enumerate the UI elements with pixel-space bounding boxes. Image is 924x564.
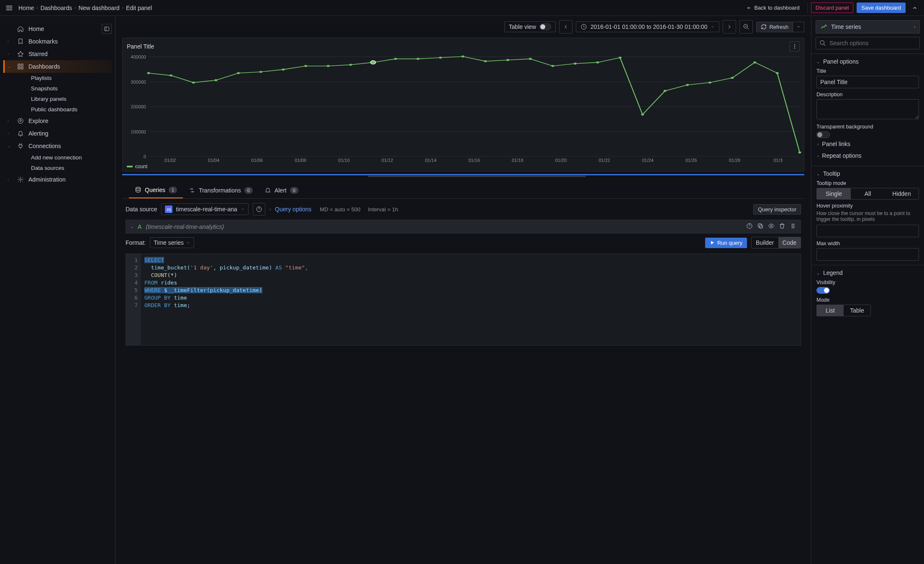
data-source-help-button[interactable]: [253, 203, 265, 215]
chart-line[interactable]: [149, 56, 800, 156]
code-content[interactable]: SELECT time_bucket('1 day', pickup_datet…: [141, 254, 801, 345]
chevron-down-icon: ⌄: [816, 172, 820, 176]
menu-toggle[interactable]: [3, 2, 15, 14]
format-label: Format:: [126, 239, 146, 246]
field-hover-desc: How close the cursor must be to a point …: [816, 210, 919, 222]
gear-icon: [17, 176, 24, 183]
sidebar-item-snapshots[interactable]: Snapshots: [27, 83, 112, 94]
table-view-toggle[interactable]: Table view: [504, 21, 556, 32]
refresh-interval-dropdown[interactable]: [793, 22, 804, 32]
panel-title-input[interactable]: [816, 76, 919, 88]
chevron-right-icon: ›: [8, 131, 13, 136]
query-options-toggle[interactable]: › Query options MD = auto = 500 Interval…: [270, 206, 398, 213]
back-to-dashboard-button[interactable]: Back to dashboard: [742, 3, 803, 13]
collapse-query-button[interactable]: ⌄: [130, 224, 133, 229]
options-search[interactable]: [816, 37, 920, 49]
svg-point-19: [304, 65, 307, 67]
sidebar-item-add-connection[interactable]: Add new connection: [27, 152, 112, 163]
search-input[interactable]: [829, 40, 916, 46]
tooltip-mode-all[interactable]: All: [851, 188, 885, 199]
editor-mode-builder[interactable]: Builder: [752, 237, 778, 248]
svg-point-50: [793, 224, 794, 225]
sidebar-item-public-dashboards[interactable]: Public dashboards: [27, 104, 112, 115]
sidebar-item-alerting[interactable]: › Alerting: [3, 127, 112, 140]
format-select[interactable]: Time series: [150, 237, 194, 248]
svg-point-5: [18, 118, 23, 123]
sql-editor[interactable]: 12 34 56 7 SELECT time_bucket('1 day', p…: [126, 254, 801, 346]
section-toggle-tooltip[interactable]: ⌄ Tooltip: [816, 170, 919, 177]
legend-visibility-toggle[interactable]: [816, 287, 830, 294]
tab-queries[interactable]: Queries 1: [129, 182, 183, 198]
svg-point-27: [484, 60, 487, 62]
time-range-forward-button[interactable]: [723, 20, 736, 33]
sidebar-item-home[interactable]: Home: [3, 23, 48, 35]
section-toggle-legend[interactable]: ⌄ Legend: [816, 269, 919, 276]
transparent-background-toggle[interactable]: [816, 131, 830, 138]
time-range-back-button[interactable]: [559, 20, 572, 33]
panel-menu-button[interactable]: [790, 41, 800, 51]
svg-point-48: [770, 225, 772, 227]
visualization-picker[interactable]: Time series ›: [816, 20, 920, 33]
sidebar-item-administration[interactable]: › Administration: [3, 173, 112, 186]
drag-query-handle[interactable]: [790, 223, 796, 231]
svg-point-37: [708, 82, 711, 84]
query-help-button[interactable]: [746, 223, 753, 231]
section-toggle-panel-links[interactable]: › Panel links: [816, 138, 919, 150]
chevron-down-icon: ⌄: [8, 144, 13, 148]
sidebar-item-library-panels[interactable]: Library panels: [27, 94, 112, 104]
sidebar-item-bookmarks[interactable]: › Bookmarks: [3, 35, 112, 48]
toggle-visibility-button[interactable]: [768, 223, 775, 231]
chevron-right-icon: ›: [8, 39, 13, 44]
data-source-picker[interactable]: pg timescale-real-time-ana: [161, 203, 248, 215]
top-bar: Home › Dashboards › New dashboard › Edit…: [0, 0, 924, 16]
run-query-button[interactable]: Run query: [705, 238, 747, 248]
refresh-button[interactable]: Refresh: [756, 22, 793, 32]
sidebar-item-playlists[interactable]: Playlists: [27, 73, 112, 83]
bell-icon: [17, 130, 24, 137]
query-ref-id[interactable]: A: [138, 223, 141, 230]
editor-mode-code[interactable]: Code: [778, 237, 801, 248]
sidebar-item-connections[interactable]: ⌄ Connections: [3, 140, 112, 152]
tab-alert[interactable]: Alert 0: [259, 183, 304, 198]
sidebar-item-dashboards[interactable]: ⌄ Dashboards: [3, 60, 112, 73]
svg-point-15: [215, 79, 218, 81]
discard-panel-button[interactable]: Discard panel: [811, 3, 854, 13]
svg-point-38: [731, 77, 734, 79]
breadcrumb-new-dashboard[interactable]: New dashboard: [79, 5, 120, 11]
collapse-topbar-button[interactable]: [909, 2, 921, 14]
svg-point-24: [416, 58, 419, 60]
section-toggle-panel-options[interactable]: ⌄ Panel options: [816, 58, 919, 65]
sidebar-item-starred[interactable]: › Starred: [3, 48, 112, 60]
sidebar: Home › Bookmarks › Starred ⌄ Das: [0, 16, 116, 564]
chevron-right-icon: ›: [74, 5, 76, 10]
query-inspector-button[interactable]: Query inspector: [753, 204, 801, 215]
tooltip-mode-hidden[interactable]: Hidden: [885, 188, 919, 199]
section-toggle-repeat-options[interactable]: › Repeat options: [816, 150, 919, 162]
tooltip-mode-single[interactable]: Single: [817, 188, 851, 199]
save-dashboard-button[interactable]: Save dashboard: [857, 3, 906, 13]
remove-query-button[interactable]: [779, 223, 785, 231]
hover-proximity-input[interactable]: [816, 225, 919, 237]
sidebar-item-label: Connections: [28, 143, 61, 149]
legend-mode-list[interactable]: List: [817, 305, 844, 316]
legend-mode-table[interactable]: Table: [844, 305, 870, 316]
svg-point-35: [664, 90, 667, 92]
chevron-right-icon: ›: [817, 154, 819, 158]
sidebar-item-data-sources[interactable]: Data sources: [27, 163, 112, 173]
tab-transformations[interactable]: Transformations 0: [183, 183, 259, 198]
max-width-input[interactable]: [816, 248, 919, 261]
breadcrumb-dashboards[interactable]: Dashboards: [41, 5, 72, 11]
panel-resize-handle[interactable]: [122, 173, 804, 177]
query-toolbar: Data source pg timescale-real-time-ana ›…: [116, 199, 811, 220]
dock-sidebar-button[interactable]: [102, 24, 112, 34]
time-range-picker[interactable]: 2016-01-01 01:00:00 to 2016-01-30 01:00:…: [576, 21, 719, 32]
zoom-out-button[interactable]: [739, 20, 753, 33]
sidebar-item-explore[interactable]: › Explore: [3, 115, 112, 127]
svg-point-31: [574, 63, 577, 65]
breadcrumb-home[interactable]: Home: [18, 5, 34, 11]
chart-legend[interactable]: count: [127, 164, 147, 169]
duplicate-query-button[interactable]: [757, 223, 764, 231]
field-description-label: Description: [816, 92, 919, 97]
panel-description-input[interactable]: [816, 99, 919, 119]
field-tooltip-mode-label: Tooltip mode: [816, 180, 919, 186]
